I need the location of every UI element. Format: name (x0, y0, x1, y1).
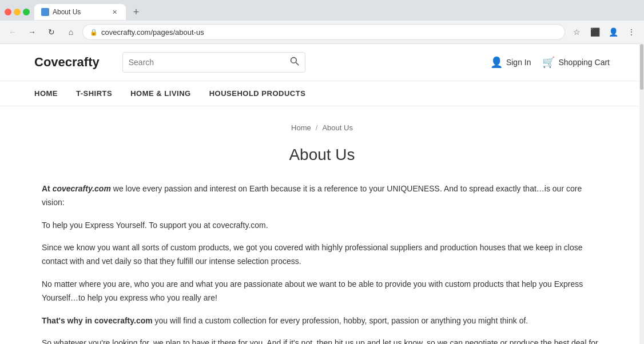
site-nav: Home T-SHIRTS Home & Living HOUSEHOLD PR… (0, 81, 644, 106)
window-close-btn[interactable] (5, 9, 11, 15)
site-header-inner: Covecrafty 👤 Sign In 🛒 Shopping Car (34, 44, 610, 81)
sign-in-label: Sign In (506, 58, 531, 67)
para3-text: Since we know you want all sorts of cust… (42, 243, 583, 266)
website: Covecrafty 👤 Sign In 🛒 Shopping Car (0, 44, 644, 344)
para1-bold: At covecrafty.com (42, 184, 111, 193)
scrollbar[interactable] (639, 43, 644, 344)
para5-bold: That's why in covecrafty.com (42, 316, 153, 325)
cart-label: Shopping Cart (558, 58, 610, 67)
extensions-icon[interactable]: ⬛ (587, 24, 603, 40)
cart-button[interactable]: 🛒 Shopping Cart (542, 56, 610, 69)
profile-icon[interactable]: 👤 (605, 24, 621, 40)
svg-point-0 (291, 58, 296, 63)
paragraph-4: No matter where you are, who you are and… (42, 278, 602, 305)
breadcrumb: Home / About Us (42, 123, 602, 132)
para5-rest: you will find a custom collection for ev… (155, 316, 528, 325)
refresh-button[interactable]: ↻ (43, 24, 59, 40)
site-logo[interactable]: Covecrafty (34, 55, 100, 70)
header-actions: 👤 Sign In 🛒 Shopping Cart (490, 56, 610, 69)
nav-item-home-living[interactable]: Home & Living (121, 81, 200, 106)
address-text: covecrafty.com/pages/about-us (101, 28, 558, 37)
main-content: Home / About Us About Us At covecrafty.c… (7, 106, 637, 344)
cart-icon: 🛒 (542, 56, 555, 69)
nav-item-tshirts[interactable]: T-SHIRTS (67, 81, 121, 106)
window-min-btn[interactable] (14, 9, 21, 15)
window-controls (5, 9, 30, 15)
para2-text: To help you Express Yourself. To support… (42, 221, 268, 230)
paragraph-6: So whatever you're looking for, we plan … (42, 337, 602, 344)
para4-text: No matter where you are, who you are and… (42, 279, 583, 302)
breadcrumb-current: About Us (322, 123, 352, 132)
new-tab-button[interactable]: + (128, 4, 144, 20)
window-max-btn[interactable] (23, 9, 30, 15)
tab-label: About Us (53, 8, 106, 16)
menu-icon[interactable]: ⋮ (623, 24, 639, 40)
nav-item-home[interactable]: Home (34, 81, 67, 106)
paragraph-1: At covecrafty.com we love every passion … (42, 182, 602, 210)
breadcrumb-home[interactable]: Home (291, 123, 311, 132)
para6-text: So whatever you're looking for, we plan … (42, 338, 598, 344)
breadcrumb-separator: / (316, 123, 318, 132)
search-input[interactable] (129, 58, 285, 67)
search-bar (122, 52, 305, 73)
forward-button[interactable]: → (24, 24, 40, 40)
home-button[interactable]: ⌂ (63, 24, 79, 40)
toolbar: ← → ↻ ⌂ 🔒 covecrafty.com/pages/about-us … (0, 21, 644, 43)
site-header: Covecrafty 👤 Sign In 🛒 Shopping Car (0, 44, 644, 81)
back-button[interactable]: ← (5, 24, 21, 40)
lock-icon: 🔒 (90, 29, 98, 36)
search-button[interactable] (290, 57, 299, 68)
browser-chrome: About Us ✕ + ← → ↻ ⌂ 🔒 covecrafty.com/pa… (0, 0, 644, 44)
sign-in-button[interactable]: 👤 Sign In (490, 56, 531, 69)
paragraph-2: To help you Express Yourself. To support… (42, 219, 602, 233)
bookmark-icon[interactable]: ☆ (569, 24, 585, 40)
nav-item-household[interactable]: HOUSEHOLD PRODUCTS (200, 81, 315, 106)
active-tab[interactable]: About Us ✕ (34, 4, 126, 20)
tab-bar: About Us ✕ + (0, 0, 644, 21)
tab-close-icon[interactable]: ✕ (110, 7, 119, 17)
para1-rest: we love every passion and interest on Ea… (42, 184, 582, 207)
paragraph-3: Since we know you want all sorts of cust… (42, 241, 602, 269)
address-bar[interactable]: 🔒 covecrafty.com/pages/about-us (82, 24, 565, 40)
svg-line-1 (296, 62, 299, 65)
paragraph-5: That's why in covecrafty.com you will fi… (42, 314, 602, 328)
tab-favicon (41, 8, 49, 16)
page-title: About Us (42, 146, 602, 164)
scrollbar-thumb[interactable] (640, 44, 643, 90)
user-icon: 👤 (490, 56, 503, 69)
content-body: At covecrafty.com we love every passion … (42, 182, 602, 344)
toolbar-actions: ☆ ⬛ 👤 ⋮ (569, 24, 639, 40)
